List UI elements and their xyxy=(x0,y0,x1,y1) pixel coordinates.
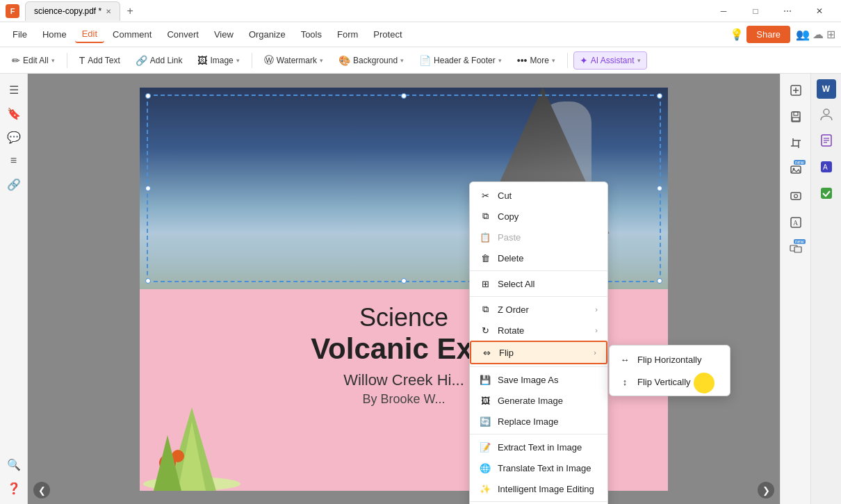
flip-v-label: Flip Vertically xyxy=(637,377,691,387)
ai-assistant-button[interactable]: ✦ AI Assistant ▾ xyxy=(573,51,647,70)
delete-icon: 🗑 xyxy=(480,252,491,263)
handle-tc[interactable] xyxy=(401,93,407,99)
ctx-rotate[interactable]: ↻ Rotate › xyxy=(470,320,607,341)
left-panel-comment[interactable]: 💬 xyxy=(3,127,24,147)
menu-comment[interactable]: Comment xyxy=(106,26,158,42)
more-button[interactable]: ••• More ▾ xyxy=(511,51,562,70)
menu-file[interactable]: File xyxy=(6,26,34,42)
close-button[interactable]: ✕ xyxy=(803,0,835,22)
toolbar-sep-1 xyxy=(67,53,67,68)
left-panel-link[interactable]: 🔗 xyxy=(3,174,24,195)
menu-edit[interactable]: Edit xyxy=(75,26,104,43)
rs-crop[interactable] xyxy=(785,132,807,154)
left-panel-search[interactable]: 🔍 xyxy=(3,454,24,475)
rs-add-image[interactable] xyxy=(785,79,807,101)
ctx-extract-text-label: Extract Text in Image xyxy=(498,442,582,453)
add-link-button[interactable]: 🔗 Add Link xyxy=(129,51,189,70)
menu-home[interactable]: Home xyxy=(35,26,74,42)
handle-bc[interactable] xyxy=(401,278,407,284)
svg-rect-11 xyxy=(792,117,799,121)
left-panel-help[interactable]: ❓ xyxy=(3,478,24,498)
ctx-z-order-label: Z Order xyxy=(498,304,529,315)
mouse-cursor xyxy=(694,373,715,393)
flip-v-icon: ↕ xyxy=(619,376,630,387)
svg-text:A: A xyxy=(823,163,828,171)
z-order-icon: ⧉ xyxy=(480,304,491,315)
edit-all-button[interactable]: ✏ Edit All ▾ xyxy=(6,51,61,70)
svg-rect-18 xyxy=(791,193,801,200)
ctx-z-order[interactable]: ⧉ Z Order › xyxy=(470,299,607,320)
ctx-replace-image[interactable]: 🔄 Replace Image xyxy=(470,411,607,432)
minimize-button[interactable]: ─ xyxy=(708,0,740,22)
menu-protect[interactable]: Protect xyxy=(366,26,409,42)
watermark-button[interactable]: Ⓦ Watermark ▾ xyxy=(258,51,329,70)
left-panel-bookmark[interactable]: 🔖 xyxy=(3,103,24,124)
menu-organize[interactable]: Organize xyxy=(242,26,293,42)
tab-close-button[interactable]: ✕ xyxy=(106,8,111,15)
select-all-icon: ⊞ xyxy=(480,278,491,289)
header-footer-button[interactable]: 📄 Header & Footer ▾ xyxy=(413,51,508,70)
tab-title: science-copy.pdf * xyxy=(34,6,101,16)
active-tab[interactable]: science-copy.pdf * ✕ xyxy=(25,1,120,21)
rs-image-bg[interactable]: new xyxy=(785,158,807,181)
ctx-flip[interactable]: ⇔ Flip › xyxy=(470,341,607,364)
svg-rect-31 xyxy=(821,188,832,199)
ctx-generate-image[interactable]: 🖼 Generate Image xyxy=(470,390,607,411)
rs-save[interactable] xyxy=(785,106,807,128)
maximize-button[interactable]: □ xyxy=(740,0,771,22)
svg-rect-23 xyxy=(794,247,801,252)
far-ai-icon[interactable]: A xyxy=(815,156,838,178)
rs-image-edit[interactable] xyxy=(785,185,807,207)
menubar: File Home Edit Comment Convert View Orga… xyxy=(0,22,841,47)
edit-all-label: Edit All xyxy=(23,56,49,65)
next-page-button[interactable]: ❯ xyxy=(758,482,774,498)
ctx-select-all[interactable]: ⊞ Select All xyxy=(470,273,607,294)
sidebar-toggle-icon[interactable]: ⊞ xyxy=(826,28,835,41)
svg-point-19 xyxy=(794,195,797,198)
ctx-select-all-label: Select All xyxy=(498,279,534,289)
flip-horizontal-item[interactable]: ↔ Flip Horizontally xyxy=(610,348,730,371)
far-user-icon[interactable] xyxy=(815,103,838,125)
new-tab-button[interactable]: + xyxy=(120,1,140,21)
ctx-translate-text[interactable]: 🌐 Translate Text in Image xyxy=(470,457,607,478)
image-button[interactable]: 🖼 Image ▾ xyxy=(191,51,245,70)
handle-tr[interactable] xyxy=(657,93,662,99)
menu-view[interactable]: View xyxy=(207,26,240,42)
settings-button[interactable]: ⋯ xyxy=(771,0,803,22)
menu-convert[interactable]: Convert xyxy=(160,26,206,42)
background-button[interactable]: 🎨 Background ▾ xyxy=(332,51,410,70)
far-word-icon[interactable]: W xyxy=(817,79,836,99)
left-panel-thumbnail[interactable]: ☰ xyxy=(3,79,24,100)
ctx-save-image-as[interactable]: 💾 Save Image As xyxy=(470,369,607,390)
handle-mr[interactable] xyxy=(657,186,662,191)
ctx-delete-label: Delete xyxy=(498,253,524,263)
prev-page-button[interactable]: ❮ xyxy=(33,482,50,498)
ctx-intelligent-editing[interactable]: ✨ Intelligent Image Editing xyxy=(470,478,607,499)
ctx-save-image-label: Save Image As xyxy=(498,375,558,385)
left-panel-layers[interactable]: ≡ xyxy=(3,150,24,171)
ctx-delete[interactable]: 🗑 Delete xyxy=(470,247,607,268)
far-notes-icon[interactable] xyxy=(815,129,838,152)
handle-ml[interactable] xyxy=(145,186,151,191)
add-text-button[interactable]: T Add Text xyxy=(73,51,126,70)
ctx-translate-text-label: Translate Text in Image xyxy=(498,463,591,473)
handle-bl[interactable] xyxy=(145,278,151,284)
ctx-copy[interactable]: ⧉ Copy xyxy=(470,206,607,227)
far-check-icon[interactable] xyxy=(815,182,838,204)
handle-tl[interactable] xyxy=(145,93,151,99)
rs-gallery[interactable]: new xyxy=(785,238,807,260)
handle-br[interactable] xyxy=(657,278,662,284)
ctx-extract-text[interactable]: 📝 Extract Text in Image xyxy=(470,437,607,457)
collab-icon[interactable]: 👥 xyxy=(796,28,810,41)
ctx-cut[interactable]: ✂ Cut xyxy=(470,185,607,206)
help-icon[interactable]: 💡 xyxy=(730,28,744,41)
menu-tools[interactable]: Tools xyxy=(294,26,329,42)
rs-text[interactable]: A xyxy=(785,211,807,234)
far-right-panel: W A xyxy=(810,74,841,504)
save-image-icon: 💾 xyxy=(480,374,491,385)
share-button[interactable]: Share xyxy=(746,26,790,43)
ctx-paste[interactable]: 📋 Paste xyxy=(470,227,607,247)
menu-form[interactable]: Form xyxy=(330,26,365,42)
cloud-icon[interactable]: ☁ xyxy=(813,28,824,41)
pdf-title1: Science xyxy=(359,303,448,332)
